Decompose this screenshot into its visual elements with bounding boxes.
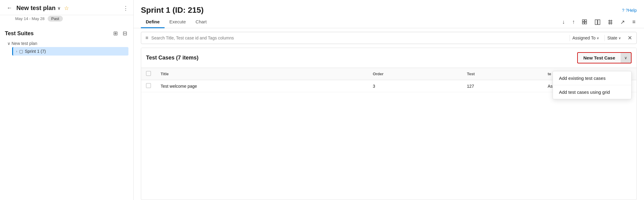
test-cases-section: Test Cases (7 items) New Test Case ∨ Add… [141, 48, 637, 200]
sidebar: ← New test plan ∨ ☆ ⋮ May 14 - May 28 Pa… [0, 0, 134, 200]
suite-label: Sprint 1 (7) [25, 49, 46, 54]
svg-rect-3 [585, 22, 587, 24]
expand-icon[interactable]: ↗ [619, 18, 626, 26]
tree-root-item[interactable]: ∨ New test plan [7, 40, 128, 47]
back-button[interactable]: ← [5, 4, 14, 12]
search-bar: ≡ Assigned To ∨ State ∨ ✕ [141, 32, 637, 44]
plan-chevron-icon: ∨ [57, 6, 60, 11]
state-label: State [607, 36, 617, 40]
state-chevron-icon: ∨ [618, 36, 621, 40]
th-title: Title [156, 68, 368, 80]
row-checkbox-cell [141, 80, 156, 92]
search-filter-icon: ≡ [145, 35, 148, 41]
collapse-suite-button[interactable]: ⊟ [121, 29, 128, 37]
plan-name-label: New test plan [16, 5, 56, 12]
more-options-button[interactable]: ⋮ [123, 5, 128, 12]
test-cases-header: Test Cases (7 items) New Test Case ∨ Add… [141, 48, 636, 68]
main-header: Sprint 1 (ID: 215) ? ?Help [134, 0, 644, 15]
column-settings-icon[interactable] [606, 19, 614, 25]
suite-folder-icon: ▢ [19, 49, 23, 54]
help-icon: ? [622, 8, 625, 13]
tree-suite-item[interactable]: › ▢ Sprint 1 (7) [12, 47, 128, 56]
svg-rect-1 [585, 20, 587, 22]
new-test-case-group: New Test Case ∨ Add existing test cases … [577, 52, 632, 63]
plan-name-button[interactable]: New test plan ∨ [16, 5, 60, 12]
row-title-cell: Test welcome page [156, 80, 368, 92]
split-view-icon[interactable] [594, 19, 601, 25]
row-order-cell: 3 [368, 80, 462, 92]
svg-rect-4 [595, 20, 597, 25]
select-all-checkbox[interactable] [146, 71, 151, 76]
add-existing-test-cases-item[interactable]: Add existing test cases [553, 71, 631, 85]
sidebar-date-row: May 14 - May 28 Past [0, 15, 133, 25]
main-content: Sprint 1 (ID: 215) ? ?Help Define Execut… [134, 0, 644, 200]
assigned-to-chevron-icon: ∨ [597, 36, 599, 40]
test-suites-header: Test Suites ⊞ ⊟ [5, 29, 128, 37]
test-cases-title: Test Cases (7 items) [146, 55, 577, 61]
row-test-cell: 127 [462, 80, 543, 92]
svg-rect-5 [598, 20, 600, 25]
past-badge: Past [48, 16, 63, 22]
tab-execute[interactable]: Execute [165, 16, 191, 28]
suite-actions: ⊞ ⊟ [112, 29, 128, 37]
tabs-bar: Define Execute Chart ↓ ↑ [134, 16, 644, 28]
download-icon[interactable]: ↓ [561, 18, 566, 26]
assigned-to-label: Assigned To [572, 36, 595, 40]
th-order: Order [368, 68, 462, 80]
filter-settings-icon[interactable]: ≡ [631, 18, 637, 26]
new-test-case-dropdown-menu: Add existing test cases Add test cases u… [553, 71, 632, 99]
row-checkbox[interactable] [146, 83, 151, 88]
search-input[interactable] [151, 36, 567, 40]
upload-icon[interactable]: ↑ [571, 18, 576, 26]
tab-define[interactable]: Define [141, 16, 165, 28]
suite-expand-icon: › [16, 49, 17, 53]
tab-chart[interactable]: Chart [191, 16, 212, 28]
th-test: Test [462, 68, 543, 80]
sidebar-header: ← New test plan ∨ ☆ ⋮ [0, 0, 133, 15]
new-test-case-button[interactable]: New Test Case [577, 52, 621, 63]
help-link[interactable]: ? ?Help [622, 8, 637, 13]
assigned-to-filter[interactable]: Assigned To ∨ [570, 35, 601, 41]
toolbar-icons: ↓ ↑ [561, 16, 637, 28]
sprint-title: Sprint 1 (ID: 215) [141, 5, 204, 15]
svg-rect-2 [582, 22, 584, 24]
tree-root-expand-icon: ∨ [7, 41, 10, 46]
state-filter[interactable]: State ∨ [605, 35, 623, 41]
grid-view-icon[interactable] [581, 19, 589, 25]
th-checkbox [141, 68, 156, 80]
date-range-label: May 14 - May 28 [15, 16, 45, 21]
svg-rect-0 [582, 20, 584, 22]
add-test-cases-using-grid-item[interactable]: Add test cases using grid [553, 85, 631, 99]
tree-root-label: New test plan [12, 41, 37, 46]
test-suites-section: Test Suites ⊞ ⊟ ∨ New test plan › ▢ Spri… [0, 25, 133, 58]
new-test-case-dropdown-button[interactable]: ∨ [621, 52, 632, 63]
favorite-icon[interactable]: ☆ [64, 5, 69, 12]
add-suite-button[interactable]: ⊞ [112, 29, 119, 37]
test-suites-title: Test Suites [5, 30, 34, 37]
search-close-button[interactable]: ✕ [628, 35, 632, 41]
